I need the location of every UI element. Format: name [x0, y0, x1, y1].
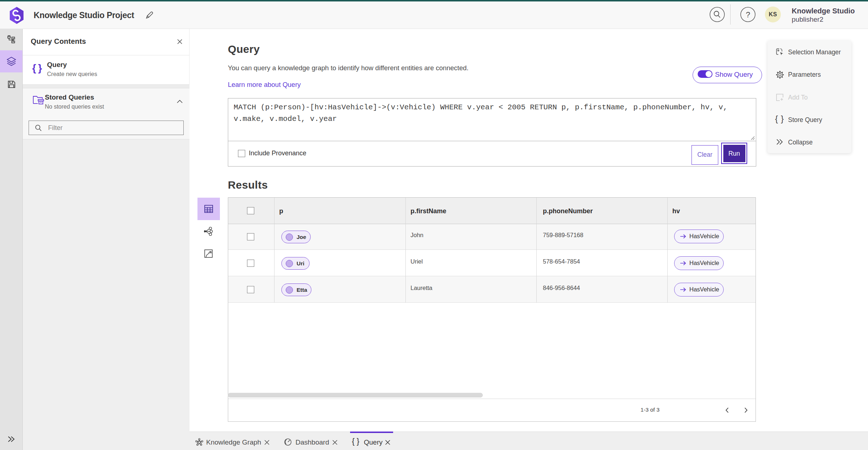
- svg-text:?: ?: [746, 10, 750, 19]
